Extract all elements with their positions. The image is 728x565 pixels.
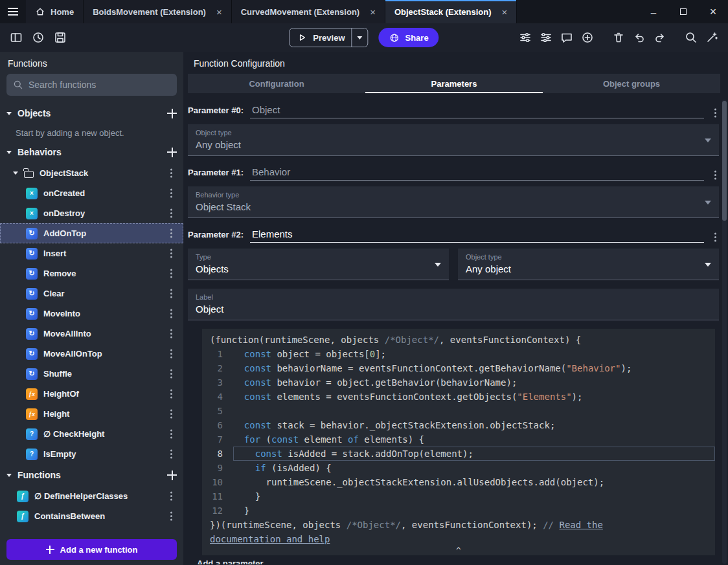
main-menu-button[interactable] [0, 0, 26, 23]
code-line-7[interactable]: 7 for (const element of elements) { [202, 432, 715, 447]
parameter-2-type-select[interactable]: Type Objects [188, 249, 449, 280]
tree-item-insert[interactable]: ↻Insert [0, 243, 183, 263]
tree-item-ondestroy[interactable]: ×onDestroy [0, 203, 183, 223]
tab-home[interactable]: Home [26, 0, 84, 23]
chevron-down-icon[interactable] [13, 172, 18, 175]
kebab-menu-icon[interactable] [170, 353, 173, 355]
code-line-1[interactable]: 1 const object = objects[0]; [202, 347, 715, 361]
tab-configuration[interactable]: Configuration [188, 74, 365, 93]
editor-scroll-up-icon[interactable]: ^ [456, 546, 461, 555]
tree-item-addontop[interactable]: ↻AddOnTop [0, 223, 183, 243]
tree-item-moveinto[interactable]: ↻MoveInto [0, 304, 183, 324]
parameter-0-type-select[interactable]: Object type Any object [188, 124, 719, 156]
tree-item-remove[interactable]: ↻Remove [0, 263, 183, 283]
close-window-button[interactable]: × [698, 0, 728, 23]
share-button[interactable]: Share [379, 28, 439, 47]
kebab-menu-icon[interactable] [170, 293, 173, 295]
code-line[interactable]: })(runtimeScene, objects /*Object*/, eve… [202, 518, 715, 532]
code-line-6[interactable]: 6 const stack = behavior._objectStackExt… [202, 418, 715, 432]
close-tab-icon[interactable]: × [370, 7, 376, 17]
parameter-2-object-type-select[interactable]: Object type Any object [458, 249, 719, 280]
tab-objectstack[interactable]: ObjectStack (Extension) × [385, 0, 517, 23]
code-line-4[interactable]: 4 const elements = eventsFunctionContext… [202, 390, 715, 404]
minimize-button[interactable]: – [639, 0, 668, 23]
tab-object-groups[interactable]: Object groups [543, 74, 720, 93]
tab-curvedmovement[interactable]: CurvedMovement (Extension) × [232, 0, 385, 23]
kebab-menu-icon[interactable] [170, 212, 173, 215]
tree-item-oncreated[interactable]: ×onCreated [0, 183, 183, 203]
tree-item-definehelperclasses[interactable]: ƒ∅ DefineHelperClasses [0, 486, 183, 506]
tree-item-moveallinto[interactable]: ↻MoveAllInto [0, 324, 183, 344]
kebab-menu-icon[interactable] [170, 453, 173, 456]
kebab-menu-icon[interactable] [170, 313, 173, 315]
code-line-5[interactable]: 5 [202, 404, 715, 418]
parameter-1-type-select[interactable]: Behavior type Object Stack [188, 186, 719, 218]
close-tab-icon[interactable]: × [216, 7, 222, 17]
undo-icon[interactable] [630, 28, 649, 47]
layout-icon[interactable] [6, 28, 26, 47]
search-icon[interactable] [681, 28, 701, 47]
code-line-9[interactable]: 9 if (isAdded) { [202, 461, 715, 475]
code-editor[interactable]: (function(runtimeScene, objects /*Object… [202, 329, 715, 555]
code-line-2[interactable]: 2 const behaviorName = eventsFunctionCon… [202, 361, 715, 375]
code-line[interactable]: documentation and help [202, 532, 715, 546]
tab-boidsmovement[interactable]: BoidsMovement (Extension) × [84, 0, 232, 23]
code-line-8[interactable]: 8 const isAdded = stack.addOnTop(element… [202, 447, 715, 461]
code-line[interactable]: (function(runtimeScene, objects /*Object… [202, 333, 715, 347]
add-icon[interactable] [167, 109, 177, 118]
redo-icon[interactable] [650, 28, 670, 47]
code-line-12[interactable]: 12 } [202, 504, 715, 518]
preview-dropdown-button[interactable] [352, 28, 368, 47]
chevron-down-icon[interactable] [6, 151, 12, 154]
scrollbar-thumb[interactable] [722, 101, 727, 221]
add-parameter-button[interactable]: Add a parameter [197, 559, 719, 564]
kebab-menu-icon[interactable] [170, 515, 173, 518]
history-icon[interactable] [28, 28, 48, 47]
kebab-menu-icon[interactable] [170, 272, 173, 275]
tree-item-isempty[interactable]: ?IsEmpty [0, 444, 183, 464]
tree-group-objectstack[interactable]: ObjectStack [0, 163, 183, 183]
code-line-11[interactable]: 11 } [202, 489, 715, 504]
kebab-menu-icon[interactable] [170, 252, 173, 255]
parameter-1-name-input[interactable]: Behavior [250, 166, 704, 181]
tree-item-checkheight[interactable]: ?∅ CheckHeight [0, 424, 183, 444]
kebab-menu-icon[interactable] [170, 172, 173, 175]
preview-button[interactable]: Preview [289, 28, 368, 47]
chevron-down-icon[interactable] [6, 112, 12, 115]
kebab-menu-icon[interactable] [714, 112, 717, 115]
kebab-menu-icon[interactable] [170, 393, 173, 395]
tree-item-moveallontop[interactable]: ↻MoveAllOnTop [0, 344, 183, 364]
tree-item-shuffle[interactable]: ↻Shuffle [0, 364, 183, 384]
add-new-function-button[interactable]: Add a new function [6, 539, 177, 560]
code-line-3[interactable]: 3 const behavior = object.getBehavior(be… [202, 375, 715, 390]
main-scrollbar[interactable] [722, 100, 727, 564]
kebab-menu-icon[interactable] [714, 174, 717, 177]
tree-item-containsbetween[interactable]: ƒContainsBetween [0, 506, 183, 526]
kebab-menu-icon[interactable] [170, 433, 173, 436]
kebab-menu-icon[interactable] [170, 413, 173, 415]
kebab-menu-icon[interactable] [170, 232, 173, 235]
maximize-button[interactable] [668, 0, 698, 23]
search-functions-input[interactable]: Search functions [6, 74, 177, 96]
parameter-2-label-input[interactable]: Label Object [188, 289, 719, 320]
add-icon[interactable] [167, 471, 177, 480]
chevron-down-icon[interactable] [6, 474, 12, 477]
sliders-icon[interactable] [516, 28, 535, 47]
tree-item-heightof[interactable]: ƒxHeightOf [0, 384, 183, 404]
parameter-2-name-input[interactable]: Elements [250, 228, 704, 243]
trash-icon[interactable] [609, 28, 628, 47]
save-icon[interactable] [51, 28, 70, 47]
tree-section-functions[interactable]: Functions [0, 464, 183, 486]
tree-item-height[interactable]: ƒxHeight [0, 404, 183, 424]
tab-parameters[interactable]: Parameters [365, 74, 543, 93]
code-line-10[interactable]: 10 runtimeScene._objectStackExtension.al… [202, 475, 715, 489]
add-icon[interactable] [167, 148, 177, 157]
kebab-menu-icon[interactable] [170, 333, 173, 335]
kebab-menu-icon[interactable] [714, 236, 717, 239]
add-circle-icon[interactable] [578, 28, 597, 47]
tree-section-behaviors[interactable]: Behaviors [0, 141, 183, 163]
sliders-alt-icon[interactable] [536, 28, 556, 47]
magic-wand-icon[interactable] [702, 28, 722, 47]
kebab-menu-icon[interactable] [170, 373, 173, 375]
parameter-0-name-input[interactable]: Object [250, 104, 704, 118]
